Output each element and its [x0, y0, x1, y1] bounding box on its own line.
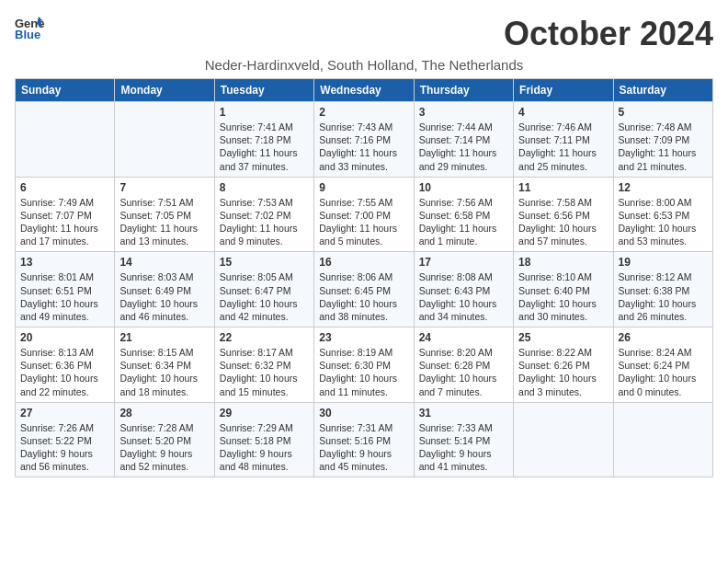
calendar-cell: 25Sunrise: 8:22 AM Sunset: 6:26 PM Dayli…: [514, 327, 613, 403]
day-detail: Sunrise: 8:17 AM Sunset: 6:32 PM Dayligh…: [220, 346, 309, 398]
day-detail: Sunrise: 7:31 AM Sunset: 5:16 PM Dayligh…: [319, 421, 408, 474]
calendar-cell: 27Sunrise: 7:26 AM Sunset: 5:22 PM Dayli…: [16, 402, 115, 477]
day-detail: Sunrise: 7:26 AM Sunset: 5:22 PM Dayligh…: [20, 421, 109, 474]
calendar-cell: 20Sunrise: 8:13 AM Sunset: 6:36 PM Dayli…: [16, 327, 115, 403]
day-number: 31: [419, 407, 508, 419]
location-subtitle: Neder-Hardinxveld, South Holland, The Ne…: [15, 57, 713, 73]
weekday-header-friday: Friday: [514, 79, 613, 102]
calendar-cell: 16Sunrise: 8:06 AM Sunset: 6:45 PM Dayli…: [314, 252, 414, 327]
day-detail: Sunrise: 7:49 AM Sunset: 7:07 PM Dayligh…: [20, 196, 109, 248]
day-number: 17: [419, 256, 508, 269]
day-number: 27: [20, 407, 109, 419]
day-detail: Sunrise: 7:55 AM Sunset: 7:00 PM Dayligh…: [319, 196, 408, 248]
weekday-header-wednesday: Wednesday: [314, 79, 414, 102]
calendar-cell: 23Sunrise: 8:19 AM Sunset: 6:30 PM Dayli…: [314, 327, 414, 403]
calendar-week-3: 13Sunrise: 8:01 AM Sunset: 6:51 PM Dayli…: [16, 252, 713, 327]
calendar-cell: 31Sunrise: 7:33 AM Sunset: 5:14 PM Dayli…: [414, 402, 513, 477]
day-number: 22: [220, 331, 309, 344]
day-number: 3: [419, 106, 508, 119]
day-detail: Sunrise: 7:29 AM Sunset: 5:18 PM Dayligh…: [220, 421, 309, 474]
day-detail: Sunrise: 7:48 AM Sunset: 7:09 PM Dayligh…: [619, 121, 708, 173]
day-detail: Sunrise: 8:08 AM Sunset: 6:43 PM Dayligh…: [419, 270, 508, 323]
day-detail: Sunrise: 7:56 AM Sunset: 6:58 PM Dayligh…: [419, 196, 508, 248]
weekday-header-monday: Monday: [115, 79, 214, 102]
day-detail: Sunrise: 7:41 AM Sunset: 7:18 PM Dayligh…: [220, 121, 309, 173]
month-title: October 2024: [504, 15, 713, 53]
day-number: 2: [319, 106, 408, 119]
day-detail: Sunrise: 8:13 AM Sunset: 6:36 PM Dayligh…: [20, 346, 109, 398]
calendar-cell: 7Sunrise: 7:51 AM Sunset: 7:05 PM Daylig…: [115, 177, 214, 252]
day-detail: Sunrise: 8:19 AM Sunset: 6:30 PM Dayligh…: [319, 346, 408, 398]
weekday-header-saturday: Saturday: [613, 79, 712, 102]
day-number: 18: [518, 256, 608, 269]
day-number: 21: [119, 331, 209, 344]
calendar-cell: 17Sunrise: 8:08 AM Sunset: 6:43 PM Dayli…: [414, 252, 513, 327]
day-number: 8: [220, 181, 309, 194]
calendar-cell: 13Sunrise: 8:01 AM Sunset: 6:51 PM Dayli…: [16, 252, 115, 327]
day-number: 19: [619, 256, 708, 269]
day-number: 11: [518, 181, 608, 194]
day-number: 14: [119, 256, 209, 269]
calendar-cell: [115, 102, 214, 178]
calendar-cell: 29Sunrise: 7:29 AM Sunset: 5:18 PM Dayli…: [214, 402, 313, 477]
weekday-header-thursday: Thursday: [414, 79, 513, 102]
calendar-cell: 10Sunrise: 7:56 AM Sunset: 6:58 PM Dayli…: [414, 177, 513, 252]
calendar-cell: 12Sunrise: 8:00 AM Sunset: 6:53 PM Dayli…: [613, 177, 712, 252]
logo: General Blue: [15, 15, 44, 40]
day-number: 6: [20, 181, 109, 194]
day-detail: Sunrise: 8:00 AM Sunset: 6:53 PM Dayligh…: [619, 196, 708, 248]
calendar-cell: 15Sunrise: 8:05 AM Sunset: 6:47 PM Dayli…: [214, 252, 313, 327]
day-number: 24: [419, 331, 508, 344]
calendar-cell: 24Sunrise: 8:20 AM Sunset: 6:28 PM Dayli…: [414, 327, 513, 403]
calendar-cell: 2Sunrise: 7:43 AM Sunset: 7:16 PM Daylig…: [314, 102, 414, 178]
calendar-cell: 19Sunrise: 8:12 AM Sunset: 6:38 PM Dayli…: [613, 252, 712, 327]
calendar-cell: 3Sunrise: 7:44 AM Sunset: 7:14 PM Daylig…: [414, 102, 513, 178]
day-detail: Sunrise: 8:24 AM Sunset: 6:24 PM Dayligh…: [619, 346, 708, 398]
calendar-week-4: 20Sunrise: 8:13 AM Sunset: 6:36 PM Dayli…: [16, 327, 713, 403]
page-header: General Blue October 2024: [15, 15, 713, 53]
day-number: 12: [619, 181, 708, 194]
day-number: 1: [220, 106, 309, 119]
calendar-cell: 5Sunrise: 7:48 AM Sunset: 7:09 PM Daylig…: [613, 102, 712, 178]
day-number: 15: [220, 256, 309, 269]
day-number: 26: [619, 331, 708, 344]
day-detail: Sunrise: 7:43 AM Sunset: 7:16 PM Dayligh…: [319, 121, 408, 173]
calendar-cell: 8Sunrise: 7:53 AM Sunset: 7:02 PM Daylig…: [214, 177, 313, 252]
day-detail: Sunrise: 8:12 AM Sunset: 6:38 PM Dayligh…: [619, 270, 708, 323]
day-number: 9: [319, 181, 408, 194]
calendar-cell: 14Sunrise: 8:03 AM Sunset: 6:49 PM Dayli…: [115, 252, 214, 327]
calendar-cell: [16, 102, 115, 178]
day-number: 25: [518, 331, 608, 344]
weekday-header-tuesday: Tuesday: [214, 79, 313, 102]
day-number: 30: [319, 407, 408, 419]
day-detail: Sunrise: 7:53 AM Sunset: 7:02 PM Dayligh…: [220, 196, 309, 248]
day-detail: Sunrise: 7:28 AM Sunset: 5:20 PM Dayligh…: [119, 421, 209, 474]
day-number: 4: [518, 106, 608, 119]
day-detail: Sunrise: 8:22 AM Sunset: 6:26 PM Dayligh…: [518, 346, 608, 398]
svg-text:Blue: Blue: [15, 28, 40, 40]
day-number: 7: [119, 181, 209, 194]
calendar-cell: [613, 402, 712, 477]
calendar-week-1: 1Sunrise: 7:41 AM Sunset: 7:18 PM Daylig…: [16, 102, 713, 178]
weekday-header-row: SundayMondayTuesdayWednesdayThursdayFrid…: [16, 79, 713, 102]
title-block: October 2024: [504, 15, 713, 53]
day-number: 10: [419, 181, 508, 194]
day-detail: Sunrise: 7:58 AM Sunset: 6:56 PM Dayligh…: [518, 196, 608, 248]
day-detail: Sunrise: 7:46 AM Sunset: 7:11 PM Dayligh…: [518, 121, 608, 173]
calendar-cell: 18Sunrise: 8:10 AM Sunset: 6:40 PM Dayli…: [514, 252, 613, 327]
calendar-cell: 9Sunrise: 7:55 AM Sunset: 7:00 PM Daylig…: [314, 177, 414, 252]
day-number: 23: [319, 331, 408, 344]
day-detail: Sunrise: 7:51 AM Sunset: 7:05 PM Dayligh…: [119, 196, 209, 248]
day-detail: Sunrise: 8:01 AM Sunset: 6:51 PM Dayligh…: [20, 270, 109, 323]
day-number: 5: [619, 106, 708, 119]
day-number: 28: [119, 407, 209, 419]
calendar-cell: 21Sunrise: 8:15 AM Sunset: 6:34 PM Dayli…: [115, 327, 214, 403]
day-detail: Sunrise: 8:15 AM Sunset: 6:34 PM Dayligh…: [119, 346, 209, 398]
calendar-cell: 6Sunrise: 7:49 AM Sunset: 7:07 PM Daylig…: [16, 177, 115, 252]
logo-icon: General Blue: [15, 15, 44, 40]
day-detail: Sunrise: 7:44 AM Sunset: 7:14 PM Dayligh…: [419, 121, 508, 173]
calendar-cell: [514, 402, 613, 477]
calendar-cell: 30Sunrise: 7:31 AM Sunset: 5:16 PM Dayli…: [314, 402, 414, 477]
day-detail: Sunrise: 8:06 AM Sunset: 6:45 PM Dayligh…: [319, 270, 408, 323]
calendar-week-5: 27Sunrise: 7:26 AM Sunset: 5:22 PM Dayli…: [16, 402, 713, 477]
